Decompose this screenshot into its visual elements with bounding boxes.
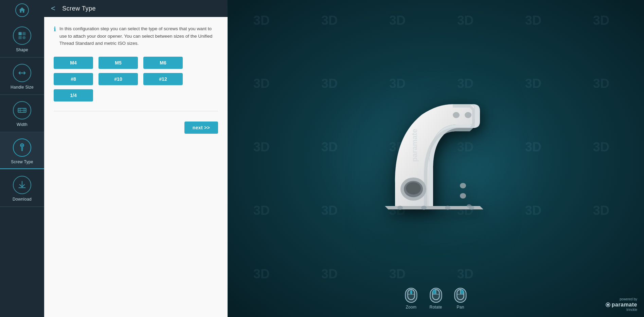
viewport: 3D 3D 3D 3D 3D 3D 3D 3D 3D 3D 3D 3D 3D 3… <box>228 0 644 317</box>
svg-point-26 <box>453 112 460 118</box>
sidebar-item-screw-type-label: Screw Type <box>11 160 33 164</box>
svg-rect-38 <box>461 290 464 294</box>
sidebar-item-handle-size-label: Handle Size <box>11 85 34 90</box>
watermark-cell: 3D <box>567 127 635 168</box>
watermark-cell: 3D <box>567 0 635 41</box>
sidebar: Shape Handle Size Width <box>0 0 44 317</box>
shape-icon <box>17 31 27 40</box>
svg-point-18 <box>445 206 450 210</box>
pan-label: Pan <box>457 305 464 310</box>
sidebar-item-width[interactable]: Width <box>0 95 44 132</box>
watermark-cell: 3D <box>228 190 296 231</box>
brand-icon <box>606 302 610 307</box>
home-icon <box>18 6 26 14</box>
svg-point-17 <box>421 206 427 210</box>
brand-label: paramate <box>612 302 637 308</box>
zoom-label: Zoom <box>406 305 416 310</box>
svg-text:paramate: paramate <box>410 129 419 162</box>
screw-options-grid: M4 M5 M6 #8 #10 #12 1/4 <box>54 57 183 101</box>
pan-control[interactable]: Pan <box>454 288 467 310</box>
download-icon-circle <box>13 176 31 194</box>
sidebar-item-shape[interactable]: Shape <box>0 20 44 58</box>
watermark-cell: 3D <box>499 0 567 41</box>
zoom-control[interactable]: Zoom <box>405 288 417 310</box>
info-box: ℹ In this configuration step you can sel… <box>54 25 218 47</box>
screw-option-m6[interactable]: M6 <box>143 57 183 69</box>
viewport-controls: Zoom Rotate <box>405 288 466 310</box>
watermark-cell: 3D <box>567 190 635 231</box>
watermark-cell: 3D <box>228 254 296 294</box>
info-text: In this configuration step you can selec… <box>59 25 218 47</box>
svg-point-27 <box>465 112 471 118</box>
watermark-cell: 3D <box>363 0 431 41</box>
screw-option-10[interactable]: #10 <box>99 73 138 85</box>
sidebar-item-width-label: Width <box>17 122 28 127</box>
handle-size-icon <box>17 68 27 78</box>
download-icon <box>17 180 27 190</box>
handle-size-icon-circle <box>13 64 31 82</box>
svg-rect-1 <box>19 36 22 39</box>
next-row: next >> <box>54 118 218 141</box>
rotate-control[interactable]: Rotate <box>429 288 442 310</box>
width-icon-circle <box>13 101 31 119</box>
rotate-label: Rotate <box>429 305 442 310</box>
brand-sub: trinckle <box>626 308 637 312</box>
screw-option-m4[interactable]: M4 <box>54 57 93 69</box>
divider <box>54 111 218 111</box>
screw-option-12[interactable]: #12 <box>143 73 183 85</box>
screw-icon <box>17 143 27 152</box>
pan-mouse-icon <box>454 288 467 303</box>
watermark-cell: 3D <box>567 63 635 104</box>
svg-point-41 <box>607 304 609 306</box>
screw-option-m5[interactable]: M5 <box>99 57 138 69</box>
svg-point-24 <box>460 183 466 188</box>
home-button[interactable] <box>15 3 29 17</box>
watermark-cell: 3D <box>228 0 296 41</box>
screw-option-8[interactable]: #8 <box>54 73 93 85</box>
watermark-cell: 3D <box>228 63 296 104</box>
shape-icon-circle <box>13 26 31 45</box>
sidebar-item-handle-size[interactable]: Handle Size <box>0 58 44 95</box>
next-button[interactable]: next >> <box>184 122 218 134</box>
model-svg: paramate <box>351 74 521 243</box>
svg-point-16 <box>397 206 403 210</box>
sidebar-item-download-label: Download <box>13 197 32 202</box>
info-icon: ℹ <box>54 25 56 33</box>
rotate-mouse-icon <box>430 288 442 303</box>
svg-point-23 <box>460 193 466 199</box>
svg-point-3 <box>22 36 25 39</box>
config-header: < Screw Type <box>44 0 228 17</box>
svg-rect-34 <box>432 290 436 294</box>
watermark-cell: 3D <box>228 127 296 168</box>
3d-model[interactable]: paramate <box>337 60 534 257</box>
powered-by-badge: powered by paramate trinckle <box>606 297 637 312</box>
config-panel: < Screw Type ℹ In this configuration ste… <box>44 0 228 317</box>
watermark-cell: 3D <box>431 0 499 41</box>
sidebar-item-screw-type[interactable]: Screw Type <box>0 132 44 170</box>
zoom-mouse-icon <box>405 288 417 303</box>
brand-name: paramate <box>606 302 637 308</box>
svg-point-25 <box>467 204 471 208</box>
svg-rect-2 <box>22 32 25 35</box>
width-icon <box>17 106 27 115</box>
sidebar-item-download[interactable]: Download <box>0 170 44 207</box>
watermark-cell: 3D <box>296 0 363 41</box>
screw-option-quarter[interactable]: 1/4 <box>54 89 93 101</box>
svg-point-22 <box>406 182 421 194</box>
svg-rect-0 <box>19 32 22 35</box>
config-content: ℹ In this configuration step you can sel… <box>44 17 228 317</box>
sidebar-item-shape-label: Shape <box>16 48 28 52</box>
screw-icon-circle <box>13 138 31 157</box>
back-button[interactable]: < <box>51 5 55 12</box>
config-title: Screw Type <box>62 5 96 12</box>
powered-by-text: powered by <box>620 297 637 301</box>
watermark-cell: 3D <box>296 254 363 294</box>
